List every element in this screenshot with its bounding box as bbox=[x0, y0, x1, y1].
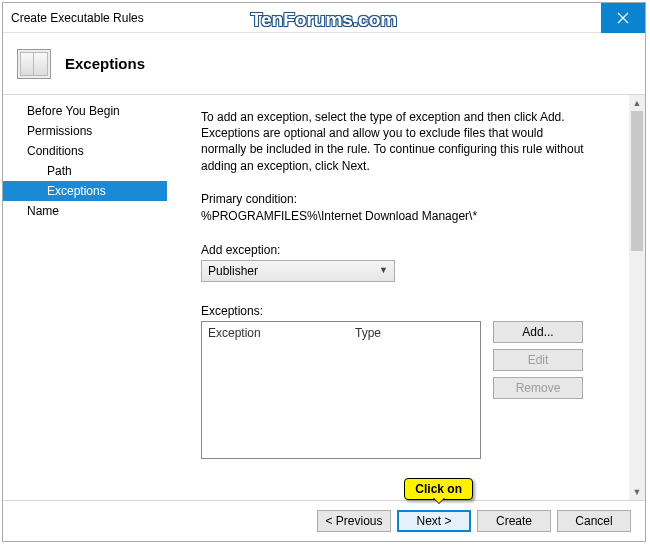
exceptions-listbox[interactable]: Exception Type bbox=[201, 321, 481, 459]
sidebar-item-permissions[interactable]: Permissions bbox=[3, 121, 167, 141]
cancel-button[interactable]: Cancel bbox=[557, 510, 631, 532]
sidebar-item-conditions[interactable]: Conditions bbox=[3, 141, 167, 161]
wizard-footer: < Previous Next > Create Cancel bbox=[3, 500, 645, 541]
add-button[interactable]: Add... bbox=[493, 321, 583, 343]
description-text: To add an exception, select the type of … bbox=[201, 109, 591, 174]
column-type[interactable]: Type bbox=[349, 326, 387, 340]
dropdown-value: Publisher bbox=[208, 264, 258, 278]
exceptions-list-label: Exceptions: bbox=[201, 304, 625, 318]
annotation-callout: Click on bbox=[404, 478, 473, 500]
main-panel: To add an exception, select the type of … bbox=[167, 95, 645, 500]
scroll-up-icon[interactable]: ▲ bbox=[629, 95, 645, 111]
wizard-header: Exceptions bbox=[3, 33, 645, 95]
titlebar: Create Executable Rules bbox=[3, 3, 645, 33]
main-scrollbar[interactable]: ▲ ▼ bbox=[629, 95, 645, 500]
close-button[interactable] bbox=[601, 3, 645, 33]
dialog-window: Create Executable Rules TenForums.com Ex… bbox=[2, 2, 646, 542]
primary-condition-label: Primary condition: bbox=[201, 192, 625, 206]
previous-button[interactable]: < Previous bbox=[317, 510, 391, 532]
sidebar-item-name[interactable]: Name bbox=[3, 201, 167, 221]
sidebar-item-exceptions[interactable]: Exceptions bbox=[3, 181, 167, 201]
edit-button: Edit bbox=[493, 349, 583, 371]
window-title: Create Executable Rules bbox=[3, 11, 601, 25]
sidebar-item-path[interactable]: Path bbox=[3, 161, 167, 181]
wizard-steps-sidebar: Before You Begin Permissions Conditions … bbox=[3, 95, 167, 500]
exception-type-dropdown[interactable]: Publisher ▼ bbox=[201, 260, 395, 282]
list-header-row: Exception Type bbox=[202, 322, 480, 344]
chevron-down-icon: ▼ bbox=[379, 265, 388, 275]
remove-button: Remove bbox=[493, 377, 583, 399]
primary-condition-value: %PROGRAMFILES%\Internet Download Manager… bbox=[201, 209, 625, 223]
page-title: Exceptions bbox=[65, 55, 145, 72]
add-exception-label: Add exception: bbox=[201, 243, 625, 257]
rules-icon bbox=[17, 49, 51, 79]
scrollbar-thumb[interactable] bbox=[631, 111, 643, 251]
scroll-down-icon[interactable]: ▼ bbox=[629, 484, 645, 500]
next-button[interactable]: Next > bbox=[397, 510, 471, 532]
create-button[interactable]: Create bbox=[477, 510, 551, 532]
sidebar-item-before-you-begin[interactable]: Before You Begin bbox=[3, 101, 167, 121]
column-exception[interactable]: Exception bbox=[202, 326, 349, 340]
